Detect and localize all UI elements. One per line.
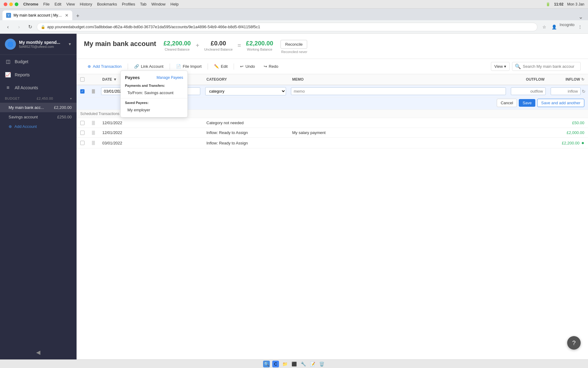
budget-section-chevron[interactable]: ▾ — [70, 97, 72, 100]
row1-checkbox[interactable] — [80, 121, 85, 125]
cleared-balance-label: Cleared Balance — [164, 48, 191, 51]
manage-payees-link[interactable]: Manage Payees — [156, 75, 183, 80]
add-account-btn[interactable]: ⊕ Add Account — [0, 122, 77, 131]
mac-minimize-dot[interactable] — [9, 2, 13, 6]
view-btn[interactable]: View ▾ — [491, 62, 510, 71]
dock-folder-icon[interactable]: 📁 — [281, 361, 288, 367]
row2-flag — [92, 131, 95, 135]
saved-payee-my-employer[interactable]: My employer — [121, 106, 187, 114]
menu-history[interactable]: History — [80, 2, 92, 6]
dock-trash-icon[interactable]: 🗑️ — [318, 361, 325, 367]
dock-finder-icon[interactable]: 🔍 — [263, 361, 270, 367]
cleared-balance-item: £2,200.00 Cleared Balance — [164, 40, 191, 51]
star-icon[interactable]: ☆ — [540, 23, 548, 31]
sidebar-item-budget[interactable]: ◫ Budget — [0, 55, 77, 68]
edit-memo-input[interactable] — [291, 87, 506, 95]
dock-app6-icon[interactable]: 📝 — [309, 361, 316, 367]
add-transaction-btn[interactable]: ⊕ Add Transaction — [84, 62, 125, 71]
active-tab[interactable]: Y My main bank account | My mo... ✕ — [2, 10, 72, 20]
reconcile-never: Reconciled never — [281, 50, 307, 54]
account-item-savings[interactable]: Savings account £250.00 — [0, 112, 77, 122]
row2-flag-cell — [88, 128, 99, 138]
sidebar-collapse-btn[interactable]: ◀ — [0, 345, 77, 359]
edit-category-select[interactable]: category — [205, 87, 286, 95]
dock-terminal-icon[interactable]: ⬛ — [291, 361, 297, 367]
new-tab-btn[interactable]: + — [74, 12, 82, 20]
th-checkbox[interactable] — [77, 74, 88, 85]
row2-checkbox[interactable] — [80, 131, 85, 135]
back-btn[interactable]: ‹ — [4, 23, 12, 31]
forward-btn[interactable]: › — [15, 23, 23, 31]
date-sort[interactable]: DATE ▼ — [102, 77, 117, 82]
menu-chrome[interactable]: Chrome — [23, 2, 38, 6]
save-add-btn[interactable]: Save and add another — [537, 99, 584, 107]
sidebar: 🌀 My monthly spend... 5d485270@uifeed.co… — [0, 34, 77, 359]
select-all-checkbox[interactable] — [80, 77, 85, 82]
menu-help[interactable]: Help — [171, 2, 179, 6]
sidebar-item-reports[interactable]: 📈 Reports — [0, 68, 77, 81]
th-outflow[interactable]: OUTFLOW — [508, 74, 548, 85]
view-chevron-icon: ▾ — [504, 64, 506, 69]
sidebar-chevron-icon[interactable]: ▼ — [68, 42, 72, 46]
inflow-refresh-icon[interactable]: ↻ — [581, 77, 584, 82]
sidebar-reports-label: Reports — [15, 72, 30, 77]
edit-btn[interactable]: ✏️ Edit — [210, 62, 231, 71]
th-memo[interactable]: MEMO — [288, 74, 508, 85]
menu-bookmarks[interactable]: Bookmarks — [97, 2, 117, 6]
row3-flag — [92, 141, 95, 145]
scheduled-label: Scheduled Transactions — [80, 112, 119, 116]
redo-btn[interactable]: ↪ Redo — [260, 62, 282, 71]
reconcile-btn[interactable]: Reconcile — [281, 40, 307, 49]
menu-edit[interactable]: Edit — [55, 2, 61, 6]
date-sort-icon: ▼ — [113, 77, 117, 82]
dock-app5-icon[interactable]: 🔧 — [300, 361, 307, 367]
address-bar: ‹ › ↻ 🔒 app.youneedabudget.com/3a8bbdae-… — [0, 20, 588, 34]
table-row[interactable]: 12/01/2022 Inflow: Ready to Assign My sa… — [77, 128, 588, 138]
cancel-btn[interactable]: Cancel — [497, 99, 517, 107]
sidebar-header[interactable]: 🌀 My monthly spend... 5d485270@uifeed.co… — [0, 34, 77, 55]
row1-inflow: £50.00 — [548, 118, 588, 128]
account-name-savings: Savings account — [9, 115, 51, 119]
save-btn[interactable]: Save — [519, 99, 535, 107]
edit-row-checkbox[interactable]: ✓ — [80, 89, 85, 94]
lock-icon: 🔒 — [41, 25, 45, 29]
dock-chrome-icon[interactable]: C — [272, 361, 279, 367]
row3-checkbox[interactable] — [80, 141, 85, 145]
th-category[interactable]: CATEGORY — [203, 74, 288, 85]
table-row[interactable]: 03/01/2022 Inflow: Ready to Assign £2,20… — [77, 138, 588, 148]
tab-expand-btn[interactable]: ⌄ — [579, 13, 583, 20]
profile-icon[interactable]: 👤 — [550, 23, 558, 31]
menu-dots-icon[interactable]: ⋮ — [576, 23, 584, 31]
help-btn[interactable]: ? — [567, 336, 581, 350]
payee-dropdown: Payees Manage Payees Payments and Transf… — [120, 71, 188, 117]
toolbar-sep-2 — [170, 63, 170, 70]
payee-dropdown-header: Payees Manage Payees — [121, 74, 187, 82]
search-input-wrap[interactable]: 🔍 — [512, 62, 581, 71]
menu-window[interactable]: Window — [151, 2, 165, 6]
file-import-btn[interactable]: 📄 File Import — [172, 62, 205, 71]
menu-tab[interactable]: Tab — [140, 2, 146, 6]
budget-section-label: BUDGET — [5, 97, 20, 100]
mac-close-dot[interactable] — [4, 2, 7, 6]
search-input[interactable] — [523, 64, 578, 69]
refresh-btn[interactable]: ↻ — [26, 23, 34, 31]
edit-outflow-input[interactable] — [511, 87, 546, 95]
mac-maximize-dot[interactable] — [15, 2, 18, 6]
menu-view[interactable]: View — [66, 2, 75, 6]
url-bar[interactable]: 🔒 app.youneedabudget.com/3a8bbdae-d62a-4… — [37, 23, 537, 31]
undo-btn[interactable]: ↩ Undo — [236, 62, 258, 71]
menu-profiles[interactable]: Profiles — [122, 2, 135, 6]
sidebar-item-all-accounts[interactable]: ≡ All Accounts — [0, 81, 77, 94]
menu-file[interactable]: File — [43, 2, 50, 6]
account-item-main[interactable]: My main bank acc... £2,200.00 — [0, 103, 77, 112]
row3-date: 03/01/2022 — [99, 138, 141, 148]
table-row[interactable]: 12/01/2022 Category not needed £50.00 — [77, 118, 588, 128]
row3-payee — [141, 138, 203, 148]
transfer-savings-item[interactable]: To/From: Savings account — [121, 89, 187, 97]
row1-payee — [141, 118, 203, 128]
row3-cleared-icon[interactable]: ● — [581, 140, 584, 146]
link-account-btn[interactable]: 🔗 Link Account — [130, 62, 167, 71]
th-inflow[interactable]: INFLOW ↻ — [548, 74, 588, 85]
tab-close-btn[interactable]: ✕ — [65, 13, 69, 18]
edit-inflow-input[interactable] — [551, 87, 581, 95]
